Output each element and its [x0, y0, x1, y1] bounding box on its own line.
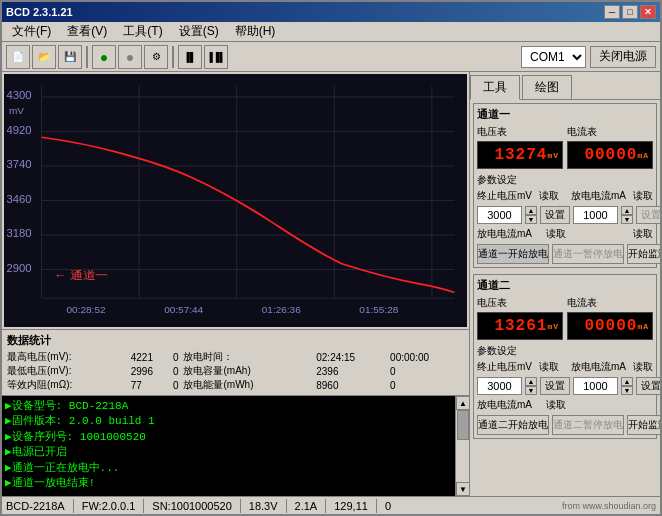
menu-settings[interactable]: 设置(S): [171, 21, 227, 42]
scroll-down-btn[interactable]: ▼: [456, 482, 470, 496]
open-button[interactable]: 📂: [32, 45, 56, 69]
stat-zero: 0: [173, 350, 184, 364]
stat-extra-value: 8960: [316, 378, 390, 392]
chart-svg: 4300 mV 4920 3740 3460 3180 2900 00:28:5…: [4, 74, 467, 327]
channel2-discharge-spinner[interactable]: ▲ ▼: [621, 377, 633, 395]
channel2-params-title: 参数设定: [477, 344, 653, 358]
spinner-down3[interactable]: ▼: [525, 386, 537, 395]
channel1-stop-voltage-input[interactable]: [477, 206, 522, 224]
channel1-stop-voltage-input-row: ▲ ▼ 设置 ▲ ▼ 设置: [477, 206, 653, 224]
channel2-params: 参数设定 终止电压mV读取放电电流mA读取 ▲ ▼ 设置 ▲ ▼: [477, 344, 653, 412]
channel2-stop-voltage-spinner[interactable]: ▲ ▼: [525, 377, 537, 395]
menu-view[interactable]: 查看(V): [59, 21, 115, 42]
com-select[interactable]: COM1: [521, 46, 586, 68]
tab-chart[interactable]: 绘图: [522, 75, 572, 99]
channel2-voltage-box: 电压表 13261mV: [477, 296, 563, 340]
channel1-monitor-btn[interactable]: 开始监测: [627, 244, 660, 264]
power-button[interactable]: 关闭电源: [590, 46, 656, 68]
channel2-read2-label: 读取: [546, 398, 566, 412]
stat-zero: 0: [173, 364, 184, 378]
channel1-discharge-input[interactable]: [573, 206, 618, 224]
spinner-up4[interactable]: ▲: [621, 377, 633, 386]
stat-value: 4221: [131, 350, 173, 364]
channel2-monitor-btn[interactable]: 开始监测: [627, 415, 660, 435]
close-button[interactable]: ✕: [640, 5, 656, 19]
stat-label: 等效内阻(mΩ):: [7, 378, 131, 392]
channel2-current-unit: mA: [637, 322, 649, 331]
main-content: 4300 mV 4920 3740 3460 3180 2900 00:28:5…: [2, 72, 660, 496]
status-div6: [376, 499, 377, 513]
svg-text:mV: mV: [9, 106, 25, 117]
spinner-up2[interactable]: ▲: [621, 206, 633, 215]
svg-text:4300: 4300: [7, 90, 32, 101]
spinner-up[interactable]: ▲: [525, 206, 537, 215]
channel1-stop-voltage-spinner[interactable]: ▲ ▼: [525, 206, 537, 224]
channel1-pause-btn[interactable]: 通道一暂停放电: [552, 244, 624, 264]
window-title: BCD 2.3.1.21: [6, 6, 73, 18]
table-row: 最高电压(mV): 4221 0 放电时间： 02:24:15 00:00:00: [7, 350, 464, 364]
stat-label: 最高电压(mV):: [7, 350, 131, 364]
log-scrollbar[interactable]: ▲ ▼: [455, 396, 469, 496]
scroll-up-btn[interactable]: ▲: [456, 396, 470, 410]
channel2-stop-voltage-row: 终止电压mV读取放电电流mA读取: [477, 360, 653, 374]
menu-tools[interactable]: 工具(T): [115, 21, 170, 42]
chart-btn2[interactable]: ▐▐▌: [204, 45, 228, 69]
spinner-down[interactable]: ▼: [525, 215, 537, 224]
svg-text:00:57:44: 00:57:44: [164, 305, 204, 316]
svg-text:01:26:36: 01:26:36: [262, 305, 301, 316]
status-div4: [286, 499, 287, 513]
channel2-current-box: 电流表 00000mA: [567, 296, 653, 340]
minimize-button[interactable]: ─: [604, 5, 620, 19]
channel1-current-display: 00000mA: [567, 141, 653, 169]
data-stats: 数据统计 最高电压(mV): 4221 0 放电时间： 02:24:15 00:…: [2, 329, 469, 395]
chart-btn1[interactable]: ▐▌: [178, 45, 202, 69]
channel2-voltage-unit: mV: [547, 322, 559, 331]
title-bar: BCD 2.3.1.21 ─ □ ✕: [2, 2, 660, 22]
menu-help[interactable]: 帮助(H): [227, 21, 284, 42]
maximize-button[interactable]: □: [622, 5, 638, 19]
left-panel: 4300 mV 4920 3740 3460 3180 2900 00:28:5…: [2, 72, 470, 496]
svg-text:2900: 2900: [7, 262, 32, 273]
green-circle[interactable]: ●: [92, 45, 116, 69]
scroll-track: [456, 410, 469, 482]
channel2-set-btn2[interactable]: 设置: [636, 377, 660, 395]
channel1-voltage-label: 电压表: [477, 125, 563, 139]
status-coords: 129,11: [334, 500, 368, 512]
channel1-meters: 电压表 13274mV 电流表 00000mA: [477, 125, 653, 169]
channel1-discharge-spinner[interactable]: ▲ ▼: [621, 206, 633, 224]
new-button[interactable]: 📄: [6, 45, 30, 69]
channel1-set-btn1[interactable]: 设置: [540, 206, 570, 224]
svg-text:3180: 3180: [7, 228, 32, 239]
channel2-discharge-input[interactable]: [573, 377, 618, 395]
channel2-voltage-value: 13261: [494, 317, 547, 335]
channel2-pause-btn[interactable]: 通道二暂停放电: [552, 415, 624, 435]
channel1-set-btn2[interactable]: 设置: [636, 206, 660, 224]
channel2-set-btn1[interactable]: 设置: [540, 377, 570, 395]
channel1-start-btn[interactable]: 通道一开始放电: [477, 244, 549, 264]
scroll-thumb[interactable]: [457, 410, 469, 440]
channel2-stop-voltage-input[interactable]: [477, 377, 522, 395]
stat-extra-label: 放电能量(mWh): [183, 378, 316, 392]
status-sn: SN:1001000520: [152, 500, 232, 512]
channel1-current-unit: mA: [637, 151, 649, 160]
svg-text:3740: 3740: [7, 159, 32, 170]
menu-file[interactable]: 文件(F): [4, 21, 59, 42]
save-button[interactable]: 💾: [58, 45, 82, 69]
spinner-up3[interactable]: ▲: [525, 377, 537, 386]
main-window: BCD 2.3.1.21 ─ □ ✕ 文件(F) 查看(V) 工具(T) 设置(…: [0, 0, 662, 516]
log-line: ▶设备序列号: 1001000520: [5, 430, 452, 445]
gray-circle[interactable]: ●: [118, 45, 142, 69]
spinner-down2[interactable]: ▼: [621, 215, 633, 224]
stat-value: 2996: [131, 364, 173, 378]
channel1-params: 参数设定 终止电压mV读取放电电流mA读取 ▲ ▼ 设置 ▲ ▼: [477, 173, 653, 241]
com-select-area: COM1 关闭电源: [521, 46, 656, 68]
stat-extra-label: 放电容量(mAh): [183, 364, 316, 378]
svg-text:00:28:52: 00:28:52: [67, 305, 106, 316]
channel2-start-btn[interactable]: 通道二开始放电: [477, 415, 549, 435]
channel2-voltage-label: 电压表: [477, 296, 563, 310]
spinner-down4[interactable]: ▼: [621, 386, 633, 395]
tab-tools[interactable]: 工具: [470, 75, 520, 100]
status-div1: [73, 499, 74, 513]
status-voltage: 18.3V: [249, 500, 278, 512]
tool-btn1[interactable]: ⚙: [144, 45, 168, 69]
